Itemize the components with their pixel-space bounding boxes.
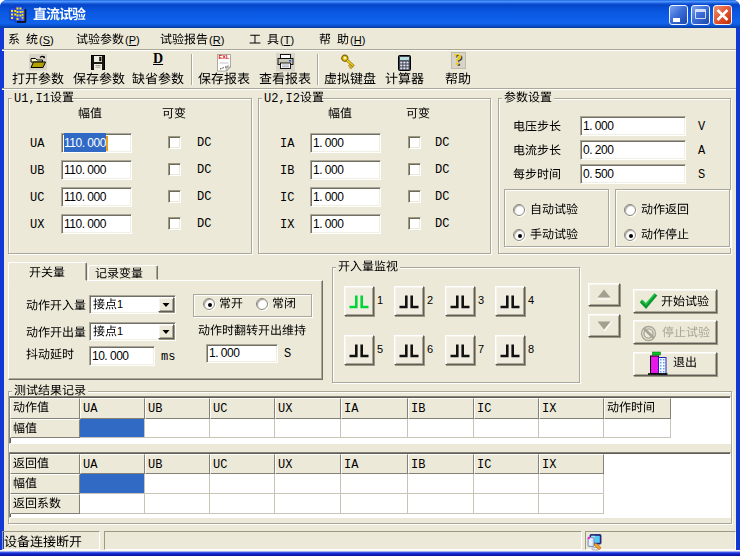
svg-text:EXL: EXL [219, 54, 230, 60]
